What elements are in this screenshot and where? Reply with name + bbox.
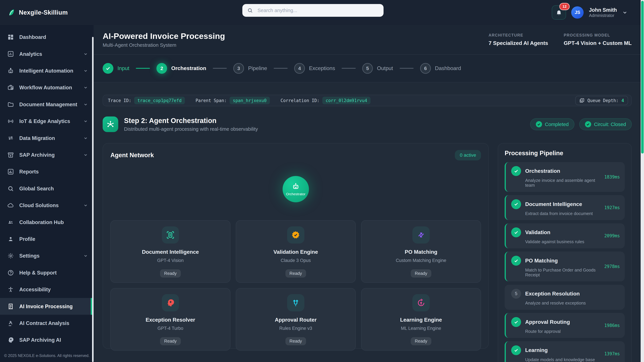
sidebar-item-intelligent-automation[interactable]: Intelligent Automation (0, 62, 94, 79)
agent-model: ML Learning Engine (366, 326, 476, 331)
step-dashboard[interactable]: 6 Dashboard (420, 63, 461, 74)
swap-arrows-icon (8, 135, 14, 141)
sidebar-item-label: AI Invoice Processing (19, 304, 72, 309)
agent-card-document-intelligence[interactable]: Document Intelligence GPT-4 Vision Ready (110, 220, 230, 283)
sidebar-footer-copyright: © 2025 NEXGILE e-Solutions. All rights r… (0, 349, 94, 362)
step-number: 4 (294, 63, 305, 74)
agent-name: PO Matching (366, 249, 476, 255)
agent-card-po-matching[interactable]: PO Matching Custom Matching Engine Ready (361, 220, 481, 283)
check-icon (511, 199, 521, 209)
people-icon (8, 219, 14, 225)
sidebar-item-label: SAP Archiving AI (19, 337, 61, 343)
verified-badge-icon (287, 226, 304, 244)
sidebar-item-accessibility[interactable]: Accessibility (0, 281, 94, 298)
agent-card-learning-engine[interactable]: Learning Engine ML Learning Engine Ready (361, 288, 481, 351)
sidebar-item-reports[interactable]: Reports (0, 163, 94, 180)
meta-label: ARCHITECTURE (488, 33, 548, 37)
step-input[interactable]: Input (103, 63, 129, 74)
pipeline-item-approval-routing[interactable]: Approval Routing Route for approval 1986… (505, 313, 625, 338)
robot-icon (8, 67, 14, 74)
pipeline-item-document-intelligence[interactable]: Document Intelligence Extract data from … (505, 195, 625, 220)
sidebar-item-label: Data Migration (19, 135, 55, 141)
sidebar-item-label: Dashboard (19, 34, 46, 40)
brand[interactable]: Nexgile-Skillium (0, 8, 68, 17)
agent-status-badge: Ready (411, 337, 431, 346)
correlation-id-label: Correlation ID: (280, 98, 320, 103)
sidebar-item-global-search[interactable]: Global Search (0, 180, 94, 197)
active-count-badge: 0 active (455, 150, 481, 160)
step-section-header: Step 2: Agent Orchestration Distributed … (103, 116, 632, 132)
page-scrollbar-thumb[interactable] (641, 1, 644, 153)
pipeline-item-orchestration[interactable]: Orchestration Analyze invoice and assemb… (505, 162, 625, 192)
agent-card-validation-engine[interactable]: Validation Engine Claude 3 Opus Ready (236, 220, 356, 283)
sidebar-item-workflow-automation[interactable]: Workflow Automation (0, 79, 94, 96)
meta-value: GPT-4 Vision + Custom ML (564, 40, 632, 46)
sidebar-item-label: Collaboration Hub (19, 219, 64, 225)
top-navbar: Nexgile-Skillium 12 JS John Smith Admini… (0, 0, 644, 25)
step-output[interactable]: 5 Output (362, 63, 393, 74)
parent-span-group: Parent Span: span_hrjxexu0 (196, 97, 270, 104)
check-icon (511, 256, 521, 266)
brand-name: Nexgile-Skillium (19, 9, 68, 16)
agent-model: GPT-4 Vision (116, 258, 225, 263)
sidebar-item-label: IoT & Edge Analytics (19, 118, 70, 124)
agent-network-title: Agent Network (110, 152, 154, 159)
sidebar-item-label: Workflow Automation (19, 85, 72, 90)
sidebar-item-sap-archiving[interactable]: SAP Archiving (0, 146, 94, 163)
sidebar-item-ai-contract-analysis[interactable]: AI Contract Analysis (0, 315, 94, 332)
parent-span-label: Parent Span: (196, 98, 227, 103)
archive-icon (8, 152, 14, 158)
correlation-id-chip[interactable]: corr_0l2dm91rvu4 (322, 97, 370, 104)
sidebar-item-ai-invoice-processing[interactable]: AI Invoice Processing (0, 298, 94, 315)
step-pipeline[interactable]: 3 Pipeline (233, 63, 267, 74)
avatar[interactable]: JS (571, 6, 584, 18)
sidebar-item-dashboard[interactable]: Dashboard (0, 29, 94, 45)
trace-id-chip[interactable]: trace_cop1pq77efd (134, 97, 185, 104)
sidebar-nav: Dashboard Analytics Intelligent Automati… (0, 25, 94, 349)
page-scrollbar[interactable] (641, 0, 644, 362)
sidebar-item-cloud-solutions[interactable]: Cloud Solutions (0, 197, 94, 214)
pipeline-item-learning[interactable]: Learning Update models and knowledge bas… (505, 341, 625, 362)
invoice-icon (8, 303, 14, 310)
global-search[interactable] (242, 4, 384, 17)
notifications-button[interactable]: 12 (552, 5, 566, 19)
pipeline-item-po-matching[interactable]: PO Matching Match to Purchase Order and … (505, 252, 625, 281)
step-exceptions[interactable]: 4 Exceptions (294, 63, 335, 74)
pipeline-item-validation[interactable]: Validation Validate against business rul… (505, 223, 625, 248)
sidebar-item-label: Help & Support (19, 270, 57, 276)
sidebar-item-data-migration[interactable]: Data Migration (0, 130, 94, 146)
step-orchestration[interactable]: 2 Orchestration (156, 63, 206, 74)
pipeline-item-duration: 1986ms (604, 323, 620, 328)
pipeline-item-desc: Analyze and resolve exceptions (525, 301, 600, 306)
step-label: Dashboard (435, 65, 461, 71)
step-connector (136, 68, 150, 69)
pipeline-item-desc: Match to Purchase Order and Goods Receip… (525, 268, 600, 277)
pipeline-item-name: Learning (525, 347, 548, 353)
parent-span-chip[interactable]: span_hrjxexu0 (230, 97, 270, 104)
meta-label: PROCESSING MODEL (564, 33, 632, 37)
sidebar-item-sap-archiving-ai[interactable]: SAP Archiving AI (0, 332, 94, 349)
sidebar-item-label: Intelligent Automation (19, 68, 73, 74)
sidebar-item-label: AI Contract Analysis (19, 320, 69, 326)
sidebar-item-collaboration-hub[interactable]: Collaboration Hub (0, 214, 94, 231)
sidebar-item-analytics[interactable]: Analytics (0, 45, 94, 62)
sidebar-item-iot-edge-analytics[interactable]: IoT & Edge Analytics (0, 113, 94, 130)
agent-model: GPT-4 Turbo (116, 326, 225, 331)
sidebar-item-document-management[interactable]: Document Management (0, 96, 94, 113)
agent-name: Validation Engine (241, 249, 350, 255)
sidebar-item-profile[interactable]: Profile (0, 231, 94, 247)
page-header: AI-Powered Invoice Processing Multi-Agen… (94, 25, 644, 54)
pipeline-item-exception-resolution[interactable]: 5 Exception Resolution Analyze and resol… (505, 285, 625, 310)
agent-card-exception-resolver[interactable]: Exception Resolver GPT-4 Turbo Ready (110, 288, 230, 351)
agent-model: Custom Matching Engine (366, 258, 476, 263)
search-input[interactable] (257, 7, 379, 14)
user-meta[interactable]: John Smith Administrator (589, 7, 617, 18)
check-icon (536, 121, 542, 127)
chevron-down-icon (83, 254, 88, 258)
orchestrator-node[interactable]: Orchestrator (282, 176, 309, 202)
chevron-down-icon[interactable] (622, 10, 628, 15)
sidebar-item-settings[interactable]: Settings (0, 248, 94, 264)
sidebar-scrollbar[interactable] (92, 37, 94, 362)
agent-card-approval-router[interactable]: Approval Router Rules Engine v3 Ready (236, 288, 356, 351)
sidebar-item-help-support[interactable]: Help & Support (0, 264, 94, 281)
